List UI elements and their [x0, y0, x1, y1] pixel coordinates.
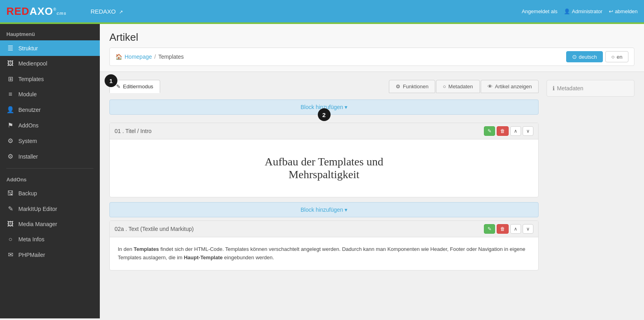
- metadaten-tab-icon: ○: [443, 83, 446, 89]
- admin-icon: 👤: [564, 8, 570, 14]
- sidebar-label-meta-infos: Meta Infos: [18, 236, 44, 242]
- meta-infos-icon: ○: [6, 236, 14, 243]
- logged-in-label: Angemeldet als: [522, 8, 558, 14]
- sidebar-label-media-manager: Media Manager: [18, 221, 57, 227]
- sidebar-item-phpmailer[interactable]: ✉ PHPMailer: [0, 247, 100, 262]
- slice-1-title-content: Aufbau der Templates undMehrspaltigkeit: [118, 147, 530, 189]
- breadcrumb-bar: 🏠 Homepage / Templates ⊙ deutsch ○ en: [109, 48, 634, 66]
- slice-1: 01 . Titel / Intro ✎ 🗑 ∧ ∨ Aufbau der Te…: [109, 123, 539, 197]
- lang-en-radio-icon: ○: [611, 54, 614, 60]
- sidebar-item-medienpool[interactable]: 🖼 Medienpool: [0, 56, 100, 71]
- sidebar-item-backup[interactable]: 🖫 Backup: [0, 186, 100, 201]
- sidebar-label-markitup: MarkItUp Editor: [18, 206, 57, 212]
- breadcrumb-home[interactable]: Homepage: [125, 54, 152, 60]
- medienpool-icon: 🖼: [6, 60, 14, 67]
- slice-2: 02a . Text (Textile und Markitup) ✎ 🗑 ∧ …: [109, 221, 539, 270]
- slice-2-body: In den Templates findet sich der HTML-Co…: [110, 237, 538, 270]
- backup-icon: 🖫: [6, 190, 14, 197]
- funktionen-icon: ⚙: [396, 83, 400, 89]
- meta-sidebar-label: Metadaten: [557, 85, 583, 91]
- sidebar-label-phpmailer: PHPMailer: [18, 252, 45, 258]
- sidebar-item-struktur[interactable]: ☰ Struktur: [0, 40, 100, 56]
- slice-2-edit-button[interactable]: ✎: [484, 224, 495, 234]
- nav-brand-link[interactable]: REDAXO ↗: [79, 8, 123, 15]
- slice-1-up-button[interactable]: ∧: [510, 126, 521, 136]
- meta-sidebar-icon: ℹ: [553, 85, 555, 91]
- artikel-anzeigen-label: Artikel anzeigen: [495, 83, 532, 89]
- sidebar-item-benutzer[interactable]: 👤 Benutzer: [0, 102, 100, 117]
- sidebar-item-installer[interactable]: ⚙ Installer: [0, 149, 100, 164]
- lang-deutsch-button[interactable]: ⊙ deutsch: [566, 51, 603, 62]
- editiermodus-icon: ✎: [116, 83, 121, 89]
- block-add-button-2[interactable]: Block hinzufügen ▾: [109, 202, 539, 217]
- markitup-icon: ✎: [6, 205, 14, 213]
- slice-1-edit-button[interactable]: ✎: [484, 126, 495, 136]
- redaxo-link[interactable]: REDAXO ↗: [91, 8, 123, 15]
- sidebar-label-benutzer: Benutzer: [18, 107, 41, 113]
- media-manager-icon: 🖼: [6, 221, 14, 228]
- lang-en-button[interactable]: ○ en: [605, 51, 628, 62]
- slice-2-up-button[interactable]: ∧: [510, 224, 521, 234]
- sidebar-label-addons: AddOns: [18, 122, 39, 129]
- sidebar-addons-title: AddOns: [0, 173, 100, 186]
- breadcrumb: 🏠 Homepage / Templates: [115, 54, 184, 60]
- metadaten-tab-label: Metadaten: [448, 83, 473, 89]
- step-badge-2: 2: [318, 108, 331, 121]
- main-layout: Hauptmenü ☰ Struktur 🖼 Medienpool ⊞ Temp…: [0, 24, 644, 318]
- content-area: Artikel 🏠 Homepage / Templates ⊙ deutsch…: [100, 24, 644, 318]
- addons-icon: ⚑: [6, 121, 14, 129]
- lang-deutsch-radio-icon: ⊙: [572, 54, 577, 60]
- slice-1-delete-button[interactable]: 🗑: [497, 126, 509, 136]
- installer-icon: ⚙: [6, 153, 14, 160]
- sidebar-item-templates[interactable]: ⊞ Templates: [0, 71, 100, 87]
- sidebar-label-system: System: [18, 138, 37, 144]
- meta-sidebar-box: ℹ Metadaten: [547, 80, 634, 97]
- admin-label: Administrator: [572, 8, 602, 14]
- slice-1-title: 01 . Titel / Intro: [115, 128, 152, 134]
- module-icon: ≡: [6, 91, 14, 98]
- sidebar-main-title: Hauptmenü: [0, 24, 100, 40]
- sidebar-item-addons[interactable]: ⚑ AddOns: [0, 117, 100, 133]
- logout-icon: ↩: [609, 8, 613, 14]
- editiermodus-label: Editiermodus: [123, 83, 153, 89]
- slice-1-body: Aufbau der Templates undMehrspaltigkeit: [110, 139, 538, 197]
- slice-1-controls: ✎ 🗑 ∧ ∨: [484, 126, 533, 136]
- block-add-wrapper-1: Block hinzufügen ▾ 2: [109, 99, 539, 115]
- block-add-label-2: Block hinzufügen ▾: [301, 207, 348, 213]
- lang-deutsch-label: deutsch: [579, 54, 597, 60]
- struktur-icon: ☰: [6, 44, 14, 52]
- logout-link[interactable]: ↩ abmelden: [609, 8, 638, 14]
- tabs-bar: ✎ Editiermodus 1 ⚙ Funktionen ○ Metadate…: [109, 80, 539, 93]
- slice-2-delete-button[interactable]: 🗑: [497, 224, 509, 234]
- sidebar-item-markitup[interactable]: ✎ MarkItUp Editor: [0, 201, 100, 217]
- tab-artikel-anzeigen[interactable]: 👁 Artikel anzeigen: [481, 80, 539, 93]
- content-header: Artikel 🏠 Homepage / Templates ⊙ deutsch…: [100, 24, 644, 72]
- sidebar-item-media-manager[interactable]: 🖼 Media Manager: [0, 217, 100, 232]
- slice-2-down-button[interactable]: ∨: [523, 224, 533, 234]
- slice-1-down-button[interactable]: ∨: [523, 126, 533, 136]
- sidebar-divider: [6, 168, 93, 169]
- tab-funktionen[interactable]: ⚙ Funktionen: [389, 80, 435, 93]
- sidebar-item-meta-infos[interactable]: ○ Meta Infos: [0, 232, 100, 247]
- logo: REDAXO®cms: [6, 5, 67, 18]
- sidebar-item-system[interactable]: ⚙ System: [0, 133, 100, 149]
- funktionen-label: Funktionen: [403, 83, 428, 89]
- sidebar-item-module[interactable]: ≡ Module: [0, 87, 100, 102]
- slice-2-title: 02a . Text (Textile und Markitup): [115, 226, 194, 232]
- step-badge-1: 1: [105, 74, 117, 87]
- sidebar-label-installer: Installer: [18, 153, 38, 160]
- nav-right: Angemeldet als 👤 Administrator ↩ abmelde…: [522, 8, 638, 14]
- artikel-anzeigen-icon: 👁: [487, 83, 493, 89]
- breadcrumb-current: Templates: [158, 54, 184, 60]
- slice-2-header: 02a . Text (Textile und Markitup) ✎ 🗑 ∧ …: [110, 221, 538, 237]
- top-navbar: REDAXO®cms REDAXO ↗ Angemeldet als 👤 Adm…: [0, 0, 644, 24]
- sidebar: Hauptmenü ☰ Struktur 🖼 Medienpool ⊞ Temp…: [0, 24, 100, 318]
- slice-2-controls: ✎ 🗑 ∧ ∨: [484, 224, 533, 234]
- sidebar-label-backup: Backup: [18, 190, 37, 197]
- sidebar-label-struktur: Struktur: [18, 45, 38, 52]
- page-title: Artikel: [109, 31, 634, 44]
- tab-metadaten[interactable]: ○ Metadaten: [436, 80, 480, 93]
- article-content: ✎ Editiermodus 1 ⚙ Funktionen ○ Metadate…: [100, 72, 644, 283]
- sidebar-label-templates: Templates: [18, 76, 44, 82]
- admin-link[interactable]: 👤 Administrator: [564, 8, 602, 14]
